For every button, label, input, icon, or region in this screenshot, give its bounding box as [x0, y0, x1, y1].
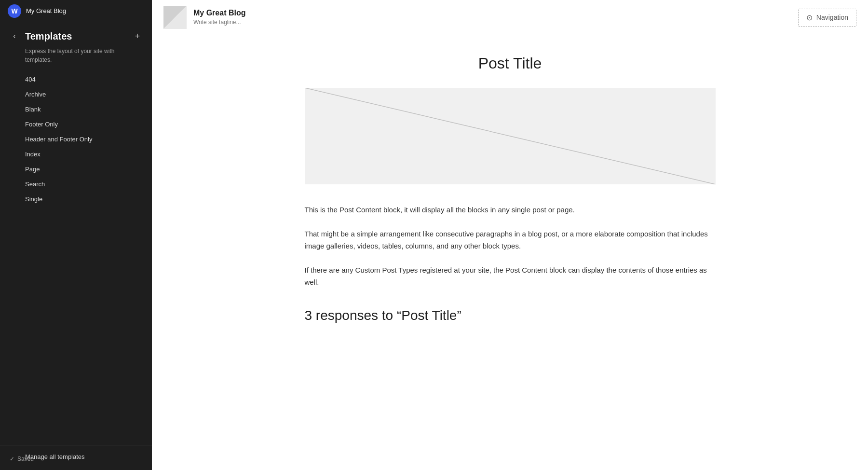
preview-header: My Great Blog Write site tagline... ⊙ Na… — [152, 0, 868, 35]
site-logo-area: My Great Blog Write site tagline... — [163, 6, 245, 29]
wp-logo-icon[interactable]: W — [8, 4, 21, 18]
navigation-icon: ⊙ — [806, 13, 813, 22]
sidebar-header: ‹ Templates + — [0, 22, 152, 47]
sidebar-item-single[interactable]: Single — [0, 192, 152, 207]
site-logo-placeholder — [163, 6, 187, 29]
svg-line-1 — [163, 6, 187, 29]
saved-status: ✓ Saved — [10, 456, 34, 462]
post-content-paragraph-1: That might be a simple arrangement like … — [305, 228, 716, 252]
sidebar-description: Express the layout of your site with tem… — [0, 47, 152, 72]
navigation-label: Navigation — [816, 14, 848, 21]
templates-list: 404ArchiveBlankFooter OnlyHeader and Foo… — [0, 72, 152, 445]
post-content-block-text: This is the Post Content block, it will … — [305, 204, 716, 216]
main-preview: My Great Blog Write site tagline... ⊙ Na… — [152, 0, 868, 470]
sidebar-item-index[interactable]: Index — [0, 147, 152, 162]
sidebar-item-blank[interactable]: Blank — [0, 102, 152, 117]
post-content-paragraph-2: If there are any Custom Post Types regis… — [305, 264, 716, 289]
svg-line-0 — [163, 6, 187, 29]
sidebar-item-404[interactable]: 404 — [0, 72, 152, 87]
post-title: Post Title — [305, 55, 716, 72]
site-title: My Great Blog — [193, 9, 245, 17]
sidebar-title: Templates — [25, 31, 127, 42]
sidebar-item-header-footer-only[interactable]: Header and Footer Only — [0, 132, 152, 147]
responses-title: 3 responses to “Post Title” — [305, 308, 716, 323]
sidebar-item-footer-only[interactable]: Footer Only — [0, 117, 152, 132]
topbar-site-name: My Great Blog — [26, 7, 66, 14]
check-icon: ✓ — [10, 456, 14, 462]
featured-image — [305, 88, 716, 184]
post-preview: Post Title This is the Post Content bloc… — [293, 35, 727, 352]
sidebar-item-page[interactable]: Page — [0, 162, 152, 177]
site-title-area: My Great Blog Write site tagline... — [193, 9, 245, 26]
back-button[interactable]: ‹ — [8, 29, 21, 43]
navigation-block[interactable]: ⊙ Navigation — [798, 9, 856, 27]
saved-label: Saved — [17, 456, 34, 462]
top-bar: W My Great Blog — [0, 0, 152, 22]
sidebar: ‹ Templates + Express the layout of your… — [0, 0, 152, 470]
add-template-button[interactable]: + — [131, 29, 144, 43]
sidebar-item-archive[interactable]: Archive — [0, 87, 152, 102]
sidebar-item-search[interactable]: Search — [0, 177, 152, 192]
site-tagline: Write site tagline... — [193, 19, 241, 26]
